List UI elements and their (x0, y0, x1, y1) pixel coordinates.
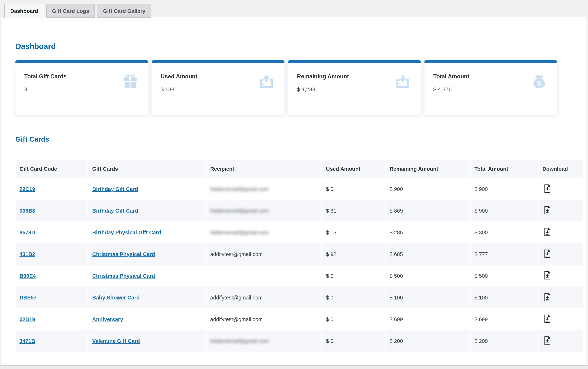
used-amount-cell: $ 31 (322, 200, 385, 222)
table-row: 006B8 Birthday Gift Card hiddenemail@gma… (16, 200, 583, 222)
table-row: 02D19 Anniversary addifytest@gmail.com $… (16, 308, 583, 330)
column-header-download: Download (539, 160, 583, 178)
download-gift-card-button[interactable] (544, 206, 551, 214)
card-title: Used Amount (161, 73, 197, 80)
gift-card-code-link[interactable]: 431B2 (20, 251, 35, 257)
total-amount-cell: $ 900 (471, 178, 538, 200)
remaining-amount-cell: $ 200 (386, 330, 470, 352)
recipient-email-redacted: hiddenemail@gmail.com (210, 208, 269, 214)
remaining-amount-cell: $ 900 (386, 178, 470, 200)
used-amount-cell: $ 92 (322, 243, 385, 265)
gift-card-code-link[interactable]: 02D19 (20, 316, 35, 322)
gift-cards-table: Gift Card Code Gift Cards Recipient Used… (15, 160, 584, 352)
used-amount-cell: $ 0 (322, 308, 385, 330)
card-value: 8 (24, 86, 67, 92)
download-gift-card-button[interactable] (544, 293, 551, 301)
total-amount-cell: $ 900 (471, 200, 538, 222)
remaining-amount-cell: $ 699 (386, 308, 470, 330)
table-row: B99E4 Christmas Physical Card $ 0 $ 500 … (16, 265, 583, 287)
card-value: $ 4,376 (433, 86, 469, 92)
table-row: 8578D Birthday Physical Gift Card hidden… (16, 222, 583, 243)
total-amount-cell: $ 500 (471, 265, 538, 287)
used-amount-cell: $ 0 (322, 178, 385, 200)
page-bottom-strip (0, 365, 588, 369)
card-value: $ 4,238 (297, 86, 349, 92)
download-gift-card-button[interactable] (544, 227, 551, 236)
column-header-gift-cards: Gift Cards (88, 160, 206, 178)
used-amount-cell: $ 15 (322, 222, 385, 243)
recipient-email (206, 265, 321, 287)
recipient-email-redacted: hiddenemail@gmail.com (210, 186, 269, 192)
summary-cards-row: Total Gift Cards 8 (15, 60, 587, 115)
gift-icon (122, 73, 138, 90)
tab-gift-card-logs[interactable]: Gift Card Logs (46, 4, 95, 18)
download-gift-card-button[interactable] (544, 314, 551, 323)
gift-card-name-link[interactable]: Birthday Gift Card (92, 186, 138, 192)
remaining-amount-cell: $ 100 (386, 287, 470, 308)
gift-card-code-link[interactable]: 3471B (20, 338, 35, 344)
card-accent-bar (424, 60, 557, 63)
used-amount-cell: $ 0 (322, 287, 385, 308)
gift-card-name-link[interactable]: Baby Shower Card (92, 295, 140, 300)
gift-cards-section-title: Gift Cards (15, 135, 587, 144)
table-row: 431B2 Christmas Physical Card addifytest… (16, 243, 583, 265)
total-amount-cell: $ 100 (471, 287, 538, 308)
recipient-email-redacted: hiddenemail@gmail.com (210, 229, 269, 235)
screen: Dashboard Gift Card Logs Gift Card Galle… (0, 0, 588, 369)
page-title: Dashboard (15, 42, 587, 51)
column-header-gift-card-code: Gift Card Code (16, 160, 88, 178)
gift-card-name-link[interactable]: Birthday Gift Card (92, 208, 138, 214)
tab-dashboard[interactable]: Dashboard (4, 4, 44, 18)
gift-card-name-link[interactable]: Valentine Gift Card (92, 338, 140, 344)
gift-card-code-link[interactable]: 006B8 (20, 208, 35, 214)
table-header-row: Gift Card Code Gift Cards Recipient Used… (16, 160, 583, 178)
gift-card-code-link[interactable]: 8578D (20, 229, 35, 235)
card-title: Total Amount (433, 73, 469, 80)
total-amount-cell: $ 200 (471, 330, 538, 352)
card-value: $ 138 (161, 86, 197, 92)
gift-card-code-link[interactable]: 29C19 (20, 186, 35, 192)
remaining-amount-cell: $ 685 (386, 243, 470, 265)
column-header-recipient: Recipient (206, 160, 321, 178)
total-amount-cell: $ 699 (471, 308, 538, 330)
gift-card-code-link[interactable]: DBE57 (20, 295, 37, 300)
table-row: DBE57 Baby Shower Card addifytest@gmail.… (16, 287, 583, 308)
card-title: Total Gift Cards (24, 73, 67, 80)
remaining-amount-cell: $ 869 (386, 200, 470, 222)
download-gift-card-button[interactable] (544, 249, 551, 258)
used-amount-cell: $ 0 (322, 265, 385, 287)
recipient-email-redacted: hiddenemail@gmail.com (210, 338, 269, 344)
table-row: 3471B Valentine Gift Card hiddenemail@gm… (16, 330, 583, 352)
total-amount-cell: $ 300 (471, 222, 538, 243)
used-amount-cell: $ 0 (322, 330, 385, 352)
total-amount-cell: $ 777 (471, 243, 538, 265)
summary-card-total-gift-cards: Total Gift Cards 8 (15, 60, 148, 115)
download-gift-card-button[interactable] (544, 336, 551, 345)
summary-card-total-amount: Total Amount $ 4,376 $ (424, 60, 557, 115)
gift-card-code-link[interactable]: B99E4 (20, 273, 36, 279)
gift-card-name-link[interactable]: Birthday Physical Gift Card (92, 229, 161, 235)
column-header-used-amount: Used Amount (322, 160, 385, 178)
tab-bar: Dashboard Gift Card Logs Gift Card Galle… (4, 4, 153, 18)
content-panel: Dashboard Total Gift Cards 8 (1, 17, 587, 365)
column-header-total-amount: Total Amount (471, 160, 538, 178)
gift-card-name-link[interactable]: Anniversary (92, 316, 123, 322)
download-gift-card-button[interactable] (544, 271, 551, 279)
recipient-email: addifytest@gmail.com (206, 308, 321, 330)
remaining-amount-cell: $ 500 (386, 265, 470, 287)
column-header-remaining-amount: Remaining Amount (386, 160, 470, 178)
card-accent-bar (15, 60, 148, 63)
download-gift-card-button[interactable] (544, 184, 551, 193)
tray-arrow-up-icon (258, 73, 275, 90)
tab-gift-card-gallery[interactable]: Gift Card Gallery (97, 4, 151, 18)
summary-card-remaining-amount: Remaining Amount $ 4,238 (288, 60, 421, 115)
card-accent-bar (152, 60, 284, 63)
summary-card-used-amount: Used Amount $ 138 (152, 60, 284, 115)
svg-text:$: $ (537, 80, 541, 87)
recipient-email: addifytest@gmail.com (206, 287, 321, 308)
gift-card-name-link[interactable]: Christmas Physical Card (92, 273, 155, 279)
card-title: Remaining Amount (297, 73, 349, 80)
remaining-amount-cell: $ 285 (386, 222, 470, 243)
recipient-email: addifytest@gmail.com (206, 243, 321, 265)
gift-card-name-link[interactable]: Christmas Physical Card (92, 251, 155, 257)
